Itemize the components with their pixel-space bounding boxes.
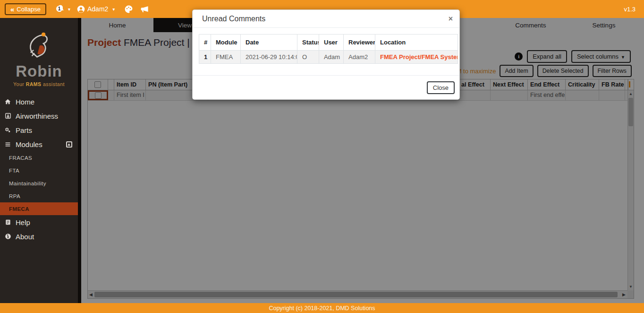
col-status: Status (297, 35, 319, 51)
user-avatar-icon (77, 5, 85, 13)
sidebar-item-label: Help (16, 218, 30, 226)
sidebar-item-label: Modules (16, 140, 42, 148)
sidebar-item-label: Home (16, 98, 34, 106)
gears-icon (4, 127, 12, 133)
sidebar-item-parts[interactable]: Parts (0, 123, 78, 137)
sidebar: Robin Your RAMS assistant Home Airworthi… (0, 18, 81, 303)
sidebar-item-label: Airworthiness (16, 112, 58, 120)
theme-button[interactable] (124, 5, 133, 14)
sidebar-item-home[interactable]: Home (0, 95, 78, 109)
collapse-label: Collapse (17, 6, 41, 13)
tagline-prefix: Your (13, 81, 26, 87)
modal-header: Unread Comments × (193, 10, 459, 28)
cell-location: FMEA Project/FMEA System (375, 51, 458, 64)
notifications-button[interactable]: 1 (55, 3, 66, 15)
tagline-bold: RAMS (26, 81, 42, 87)
cell-user: Adam (319, 51, 344, 64)
sidebar-subitem-fmeca[interactable]: FMECA (0, 202, 78, 215)
collapse-submenu-icon[interactable] (66, 141, 72, 148)
username-label: Adam2 (87, 5, 108, 13)
sidebar-menu: Home Airworthiness Parts Modules FRACAS … (0, 95, 78, 243)
logo-title: Robin (0, 62, 78, 80)
license-icon (4, 113, 12, 119)
cell-num: 1 (199, 51, 211, 64)
app-window: « Collapse 1 ▾ Adam2 ▾ v1.3 (0, 0, 644, 313)
home-icon (4, 98, 12, 105)
double-chevron-left-icon: « (10, 6, 14, 13)
modal-body: # Module Date Status User Reviewer Locat… (193, 28, 459, 64)
bars-icon (4, 141, 12, 148)
sidebar-subitem-maintainability[interactable]: Maintainability (0, 177, 78, 190)
announcements-button[interactable] (140, 5, 150, 14)
modal-title: Unread Comments (202, 15, 265, 23)
collapse-sidebar-button[interactable]: « Collapse (5, 3, 46, 15)
col-module: Module (211, 35, 241, 51)
chevron-down-icon[interactable]: ▾ (68, 7, 70, 12)
sidebar-item-label: About (16, 233, 34, 241)
logo-tagline: Your RAMS assistant (0, 81, 78, 87)
chevron-down-icon: ▾ (112, 7, 115, 12)
book-icon (4, 219, 12, 226)
modal-footer: Close (193, 75, 459, 99)
sidebar-item-modules[interactable]: Modules (0, 137, 78, 151)
col-num: # (199, 35, 211, 51)
unread-comments-modal: Unread Comments × # Module Date Status U… (192, 9, 460, 100)
notification-count-badge: 1 (56, 6, 62, 12)
sidebar-subitem-rpa[interactable]: RPA (0, 190, 78, 202)
user-menu[interactable]: Adam2 ▾ (77, 5, 118, 13)
sidebar-subitem-fta[interactable]: FTA (0, 164, 78, 177)
footer-bar: Copyright (c) 2018-2021, DMD Solutions (0, 303, 644, 313)
location-link[interactable]: FMEA Project/FMEA System (380, 53, 458, 61)
cell-module: FMEA (211, 51, 241, 64)
sidebar-subitem-fracas[interactable]: FRACAS (0, 151, 78, 164)
palette-icon (124, 5, 133, 14)
table-row: 1 FMEA 2021-06-29 10:14:00 O Adam Adam2 … (199, 51, 458, 64)
col-reviewer: Reviewer (344, 35, 375, 51)
close-button[interactable]: Close (427, 81, 455, 94)
copyright-label: Copyright (c) 2018-2021, DMD Solutions (269, 305, 375, 312)
info-icon (4, 233, 12, 240)
megaphone-icon (140, 5, 150, 14)
cell-reviewer: Adam2 (344, 51, 375, 64)
robin-bird-logo-icon (24, 28, 54, 60)
sidebar-item-label: Parts (16, 126, 32, 134)
sidebar-item-about[interactable]: About (0, 229, 78, 243)
version-label: v1.3 (624, 6, 636, 13)
col-location: Location (375, 35, 458, 51)
logo: Robin Your RAMS assistant (0, 18, 78, 87)
cell-status: O (297, 51, 319, 64)
sidebar-item-airworthiness[interactable]: Airworthiness (0, 109, 78, 123)
cell-date: 2021-06-29 10:14:00 (241, 51, 297, 64)
tagline-suffix: assistant (42, 81, 65, 87)
unread-comments-table: # Module Date Status User Reviewer Locat… (199, 34, 458, 64)
col-user: User (319, 35, 344, 51)
table-header-row: # Module Date Status User Reviewer Locat… (199, 35, 458, 51)
sidebar-item-help[interactable]: Help (0, 215, 78, 229)
close-icon[interactable]: × (449, 15, 453, 23)
col-date: Date (241, 35, 297, 51)
